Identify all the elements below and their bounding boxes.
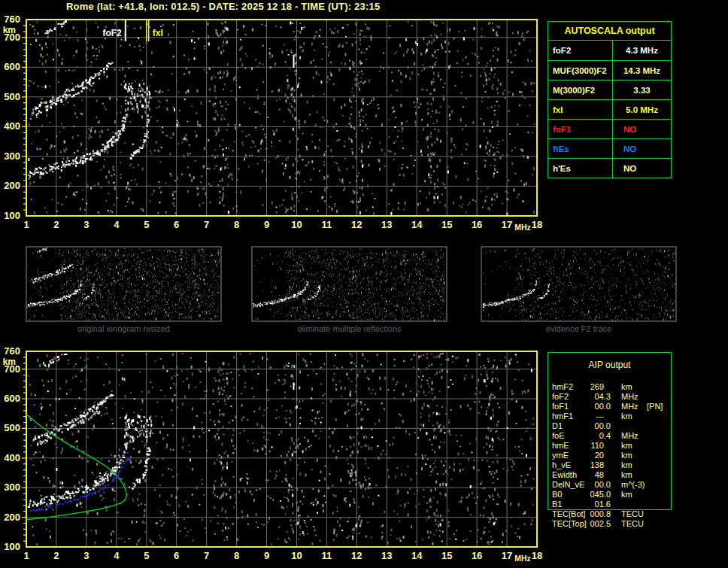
aip-row-unit: MHz (611, 392, 644, 402)
aip-row-label: Ewidth (548, 470, 590, 480)
axis-tick-label: 300 (4, 481, 20, 493)
aip-row-value: 0.4 (590, 431, 611, 441)
aip-row-value: 045.0 (590, 490, 611, 500)
top-ionogram-plot: 123456789101112131415161718MHz1002003004… (3, 14, 543, 232)
aip-row-delnve: DelN_vE00.0m^(-3) (548, 480, 672, 490)
bottom-ionogram-plot: 123456789101112131415161718MHz1002003004… (3, 345, 543, 563)
aip-row-value: --- (590, 412, 611, 421)
axis-tick-label: 16 (472, 550, 482, 561)
aip-rows: hmF2269kmfoF204.3MHzfoF100.0MHz[PN]hmF1-… (548, 382, 672, 529)
axis-tick-label: 760 (4, 345, 20, 357)
autoscala-header: AUTOSCALA output (548, 22, 671, 41)
autoscala-row-label: MUF(3000)F2 (548, 61, 613, 80)
thumbnail-2 (481, 247, 676, 322)
y-axis-unit-label: km (3, 25, 16, 35)
axis-tick-label: 15 (441, 550, 452, 561)
autoscala-row-value: 3.33 (613, 80, 671, 99)
aip-row-unit (611, 500, 644, 509)
aip-row-hmf1: hmF1---km (548, 412, 672, 421)
aip-row-value: 00.0 (590, 402, 611, 412)
aip-row-unit: km (611, 460, 644, 470)
autoscala-output-panel: AUTOSCALA output foF24.3 MHzMUF(3000)F21… (548, 21, 672, 178)
aip-row-fof1: foF100.0MHz[PN] (548, 402, 672, 412)
aip-row-hme: hmE110km (548, 441, 672, 451)
autoscala-row-value: 4.3 MHz (613, 41, 671, 60)
aip-row-value: 000.8 (590, 509, 611, 519)
aip-row-fof2: foF204.3MHz (548, 392, 672, 402)
axis-tick-label: 2 (53, 550, 59, 561)
axis-tick-label: 13 (381, 550, 392, 561)
axis-tick-label: 6 (174, 219, 179, 230)
aip-row-label: hmF2 (548, 382, 590, 392)
aip-row-value: 269 (590, 382, 611, 392)
axis-tick-label: 6 (174, 550, 179, 561)
axis-tick-label: 100 (4, 210, 20, 221)
aip-row-label: hmE (548, 441, 590, 451)
autoscala-row-m3000f2: M(3000)F23.33 (548, 80, 671, 99)
autoscala-row-muf3000f2: MUF(3000)F214.3 MHz (548, 60, 671, 80)
thumbnail-1 (252, 247, 447, 322)
aip-row-unit: km (611, 412, 644, 421)
aip-row-unit: km (611, 441, 644, 451)
aip-row-label: foF2 (548, 392, 590, 402)
axis-tick-label: 4 (114, 550, 120, 561)
axis-tick-label: 17 (502, 550, 512, 561)
axis-tick-label: 2 (53, 219, 59, 230)
aip-row-b0: B0045.0km (548, 490, 672, 500)
aip-row-hmf2: hmF2269km (548, 382, 672, 392)
aip-row-value: 138 (590, 460, 611, 470)
aip-row-note: [PN] (644, 402, 663, 412)
aip-row-label: ymE (548, 451, 590, 460)
axis-tick-label: 500 (4, 422, 20, 433)
aip-row-unit: km (611, 490, 644, 500)
axis-tick-label: 400 (4, 452, 20, 463)
aip-row-value: 20 (590, 451, 611, 460)
autoscala-row-label: h'Es (548, 159, 613, 178)
axis-tick-label: 5 (144, 550, 149, 561)
axis-tick-label: 200 (4, 512, 20, 523)
aip-row-label: B0 (548, 490, 590, 500)
aip-row-unit: m^(-3) (611, 480, 644, 490)
autoscala-row-hes: h'EsNO (548, 158, 671, 178)
autoscala-row-label: M(3000)F2 (548, 80, 613, 99)
axis-tick-label: 11 (322, 219, 332, 230)
axis-tick-label: 8 (234, 550, 239, 561)
aip-row-label: DelN_vE (548, 480, 590, 490)
aip-row-label: foE (548, 431, 590, 441)
thumbnail-0 (26, 247, 221, 321)
autoscala-row-ftes: ftEsNO (548, 138, 671, 158)
axis-tick-label: 14 (411, 219, 423, 230)
autoscala-row-value: NO (613, 159, 671, 178)
autoscala-row-fof1: foF1NO (548, 119, 671, 138)
aip-row-d1: D100.0 (548, 421, 672, 431)
fof2-marker-label: foF2 (102, 28, 122, 38)
axis-tick-label: 10 (291, 550, 302, 561)
aip-row-unit (611, 421, 644, 431)
axis-tick-label: 7 (204, 550, 209, 561)
axis-tick-label: 16 (472, 219, 482, 230)
aip-row-unit: km (611, 470, 644, 480)
aip-row-hve: h_vE138km (548, 460, 672, 470)
y-axis-unit-label: km (3, 357, 16, 367)
aip-row-value: 48 (590, 470, 611, 480)
axis-tick-label: 760 (4, 14, 20, 25)
aip-row-value: 00.0 (590, 480, 611, 490)
autoscala-row-label: foF1 (548, 120, 613, 138)
fxi-marker: fxI (146, 20, 163, 41)
axis-tick-label: 15 (441, 219, 452, 230)
axis-tick-label: 5 (144, 219, 149, 230)
aip-row-value: 002.5 (590, 519, 611, 529)
aip-row-unit: km (611, 382, 644, 392)
axis-tick-label: 3 (83, 550, 89, 561)
autoscala-row-value: NO (613, 139, 671, 158)
autoscala-row-label: ftEs (548, 139, 613, 158)
axis-tick-label: 200 (4, 180, 20, 191)
aip-row-label: hmF1 (548, 412, 590, 421)
axis-tick-label: 11 (322, 550, 332, 561)
axis-tick-label: 4 (114, 219, 120, 230)
aip-row-label: D1 (548, 421, 590, 431)
autoscala-row-label: fxI (548, 100, 613, 119)
aip-row-unit: MHz (611, 402, 644, 412)
thumbnail-caption-reflections: eliminate multiple reflections (252, 324, 447, 333)
axis-tick-label: 13 (381, 219, 392, 230)
